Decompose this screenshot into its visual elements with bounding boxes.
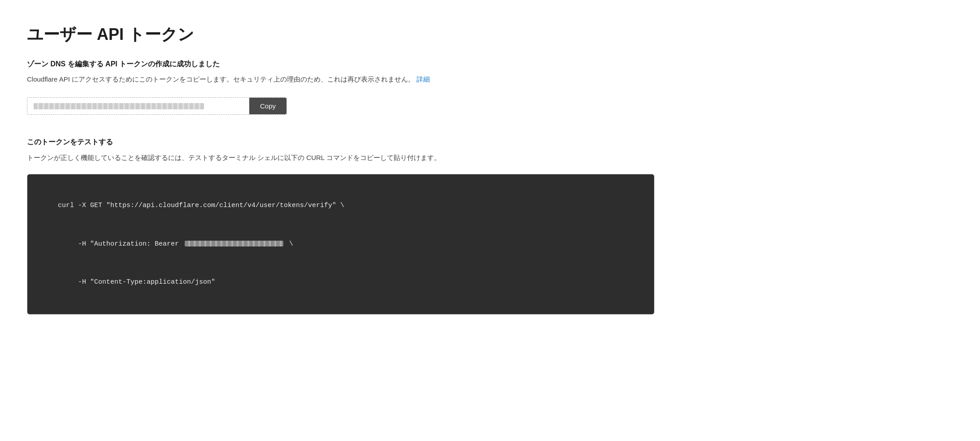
copy-button[interactable]: Copy	[249, 98, 286, 114]
details-link[interactable]: 詳細	[416, 75, 430, 83]
page-title: ユーザー API トークン	[27, 22, 953, 48]
test-description: トークンが正しく機能していることを確認するには、テストするターミナル シェルに以…	[27, 152, 953, 163]
code-text: curl -X GET "https://api.cloudflare.com/…	[42, 187, 640, 302]
code-block: curl -X GET "https://api.cloudflare.com/…	[27, 174, 655, 315]
description-text: Cloudflare API にアクセスするためにこのトークンをコピーします。セ…	[27, 74, 953, 85]
code-token-blur	[185, 241, 283, 246]
test-section-heading: このトークンをテストする	[27, 136, 953, 148]
token-value-display	[27, 98, 249, 114]
token-blur	[34, 103, 204, 109]
token-row: Copy	[27, 97, 287, 115]
success-heading: ゾーン DNS を編集する API トークンの作成に成功しました	[27, 58, 953, 70]
